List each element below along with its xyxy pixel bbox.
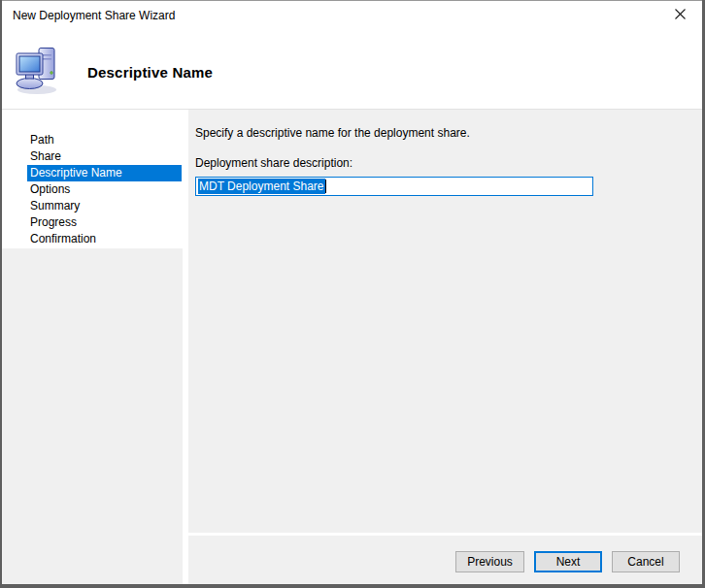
sidebar-item-summary[interactable]: Summary (27, 198, 182, 214)
next-button[interactable]: Next (534, 551, 602, 572)
page-title: Descriptive Name (87, 64, 213, 81)
sidebar-item-descriptive-name[interactable]: Descriptive Name (27, 165, 182, 181)
computer-icon (15, 47, 58, 95)
sidebar-item-confirmation[interactable]: Confirmation (27, 231, 182, 247)
wizard-steps-list: Path Share Descriptive Name Options Summ… (2, 110, 183, 248)
close-button[interactable] (661, 1, 698, 29)
sidebar-item-options[interactable]: Options (27, 181, 182, 198)
window-border-top (0, 0, 705, 1)
wizard-header: Descriptive Name (2, 29, 702, 110)
footer-divider (188, 533, 702, 536)
cancel-button[interactable]: Cancel (612, 551, 680, 572)
selected-input-text: MDT Deployment Share (198, 179, 325, 194)
sidebar-item-path[interactable]: Path (27, 132, 182, 148)
window-title: New Deployment Share Wizard (13, 9, 175, 22)
previous-button[interactable]: Previous (455, 551, 524, 572)
sidebar-item-share[interactable]: Share (27, 148, 182, 165)
instruction-text: Specify a descriptive name for the deplo… (195, 126, 470, 140)
sidebar-item-progress[interactable]: Progress (27, 214, 182, 231)
description-field-label: Deployment share description: (195, 156, 352, 170)
window-border-bottom (0, 584, 705, 588)
text-caret (325, 180, 326, 193)
close-icon (674, 7, 687, 24)
deployment-share-description-input[interactable]: MDT Deployment Share (195, 177, 593, 196)
vertical-divider (183, 110, 188, 584)
wizard-window: New Deployment Share Wizard (0, 0, 705, 588)
title-bar: New Deployment Share Wizard (2, 1, 702, 29)
window-border-left (0, 0, 2, 588)
